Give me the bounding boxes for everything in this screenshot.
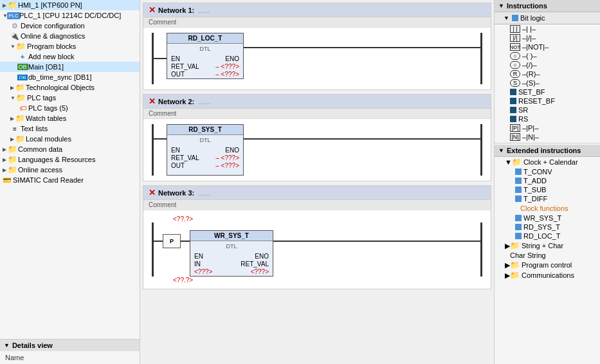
- block-label-7: SET_BF: [518, 88, 545, 96]
- contact-item-0[interactable]: | | –| |–: [495, 24, 600, 33]
- tree-item-prog-blocks[interactable]: ▼ 📁 Program blocks: [0, 41, 140, 51]
- program-control-header[interactable]: ▶ 📁 Program control: [495, 260, 600, 270]
- tree-item-online-access[interactable]: ▶ 📁 Online access: [0, 165, 140, 175]
- tree-item-local-modules[interactable]: ▶ 📁 Local modules: [0, 134, 140, 144]
- clock-calendar-header[interactable]: ▼ 📁 Clock + Calendar: [495, 157, 600, 167]
- bitlogic-title: Bit logic: [520, 14, 545, 22]
- contact-item-2[interactable]: NOT –|NOT|–: [495, 42, 600, 51]
- tree-item-watch-tables[interactable]: ▶ 📁 Watch tables: [0, 113, 140, 123]
- network-1-comment[interactable]: Comment: [143, 17, 491, 28]
- tree-item-online-diag[interactable]: 🔌 Online & diagnostics: [0, 31, 140, 41]
- tree-item-hmi1[interactable]: ▶ 📁 HMI_1 [KTP600 PN]: [0, 0, 140, 10]
- gear-icon: ⚙: [10, 21, 19, 30]
- char-string-item[interactable]: Char String: [495, 251, 600, 260]
- network-1-header[interactable]: ✕ Network 1: ......: [143, 3, 491, 17]
- retval-label-n1: RET_VAL: [171, 63, 199, 70]
- tree-item-plc-tags-5[interactable]: 🏷 PLC tags (5): [0, 103, 140, 113]
- extended-header[interactable]: ▼ Extended instructions: [495, 145, 600, 157]
- tree-label-simatic-card: SIMATIC Card Reader: [13, 176, 84, 184]
- details-name-label: Name: [3, 352, 26, 363]
- coil-item-5[interactable]: R –(R)–: [495, 69, 600, 78]
- arrow-string: ▶: [505, 242, 510, 250]
- rdsyst-item[interactable]: RD_SYS_T: [495, 223, 600, 232]
- tree-item-lang-res[interactable]: ▶ 📁 Languages & Resources: [0, 154, 140, 165]
- block-item-7[interactable]: SET_BF: [495, 87, 600, 96]
- expand-arrow-prog[interactable]: ▼: [10, 44, 15, 50]
- bitlogic-header[interactable]: ▼ Bit logic: [495, 12, 600, 24]
- network-area[interactable]: ✕ Network 1: ...... Comment RD_LOC_T: [140, 0, 494, 364]
- tree-item-db-time[interactable]: DB db_time_sync [DB1]: [0, 72, 140, 82]
- details-header[interactable]: ▼ Details view: [0, 340, 140, 351]
- in-label-n3: IN: [194, 260, 201, 268]
- block-item-8[interactable]: RESET_BF: [495, 96, 600, 105]
- string-char-header[interactable]: ▶ 📁 String + Char: [495, 241, 600, 251]
- en-label-n1: EN: [171, 55, 180, 62]
- program-control-label: Program control: [522, 261, 572, 269]
- block-item-10[interactable]: RS: [495, 114, 600, 123]
- arrow-prog-ctrl: ▶: [505, 261, 510, 269]
- expand-arrow-details[interactable]: ▼: [4, 342, 10, 349]
- network-2-body: RD_SYS_T DTL EN ENO RET_VAL – <???> OUT: [143, 119, 491, 181]
- tree-item-plc1[interactable]: ▼ PLC PLC_1 [CPU 1214C DC/DC/DC]: [0, 10, 140, 21]
- wrsyst-item[interactable]: WR_SYS_T: [495, 214, 600, 223]
- tree-label-hmi1: HMI_1 [KTP600 PN]: [18, 1, 82, 9]
- coil-item-4[interactable]: ○ –(/)–: [495, 60, 600, 69]
- arrow-comms: ▶: [505, 271, 510, 280]
- expand-arrow-watch[interactable]: ▶: [10, 116, 14, 122]
- network-3-block: ✕ Network 3: ...... Comment <??.?>: [143, 185, 491, 289]
- tree-label-text-lists: Text lists: [21, 125, 48, 132]
- expand-arrow-tech[interactable]: ▶: [10, 85, 14, 91]
- tsub-item[interactable]: T_SUB: [495, 185, 600, 194]
- tree-item-device-config[interactable]: ⚙ Device configuration: [0, 21, 140, 31]
- rdloct-item[interactable]: RD_LOC_T: [495, 232, 600, 241]
- tadd-item[interactable]: T_ADD: [495, 176, 600, 185]
- tree-label-tech-objects: Technological Objects: [26, 84, 95, 91]
- network-2-comment[interactable]: Comment: [143, 109, 491, 119]
- tree-item-add-new[interactable]: + Add new block: [0, 51, 140, 62]
- contact-item-1[interactable]: |/| –|/|–: [495, 33, 600, 42]
- tree-label-common-data: Common data: [18, 145, 62, 153]
- clock-functions-label[interactable]: Clock functions: [495, 203, 600, 214]
- network-3-comment[interactable]: Comment: [143, 200, 491, 210]
- string-char-label: String + Char: [522, 242, 563, 250]
- contact-item-11[interactable]: |P| –|P|–: [495, 123, 600, 132]
- network-2-header[interactable]: ✕ Network 2: ......: [143, 95, 491, 109]
- folder-icon-tags: 📁: [17, 93, 26, 102]
- expand-arrow-local[interactable]: ▶: [10, 136, 14, 142]
- network-3-header[interactable]: ✕ Network 3: ......: [143, 186, 491, 200]
- coil-item-6[interactable]: S –(S)–: [495, 78, 600, 87]
- communications-header[interactable]: ▶ 📁 Communications: [495, 270, 600, 280]
- coil-label-5: –(R)–: [522, 70, 540, 78]
- expand-arrow-lang[interactable]: ▶: [3, 157, 6, 163]
- expand-arrow-common[interactable]: ▶: [3, 147, 6, 152]
- tree-label-plc-tags: PLC tags: [27, 94, 56, 102]
- tree-item-main-ob1[interactable]: OB Main [OB1]: [0, 62, 140, 72]
- expand-arrow-plctags[interactable]: ▼: [10, 95, 15, 101]
- add-icon: +: [18, 52, 27, 61]
- expand-arrow-hmi1[interactable]: ▶: [3, 3, 6, 8]
- right-panel: ▼ Instructions ▼ Bit logic | | –| |– |/|…: [494, 0, 600, 364]
- tree-item-simatic-card[interactable]: 💳 SIMATIC Card Reader: [0, 175, 140, 185]
- en-label-n2: EN: [171, 147, 180, 154]
- network-1-dots: ......: [198, 6, 210, 14]
- block-label-8: RESET_BF: [518, 97, 555, 105]
- network-1-fb-type: DTL: [167, 45, 243, 53]
- tree-label-online-access: Online access: [18, 166, 62, 174]
- coil-label-3: –( )–: [522, 52, 537, 60]
- instructions-header[interactable]: ▼ Instructions: [495, 0, 600, 12]
- block-item-9[interactable]: SR: [495, 105, 600, 114]
- coil-label-6: –(S)–: [522, 79, 540, 87]
- communications-label: Communications: [522, 271, 574, 279]
- expand-arrow-online[interactable]: ▶: [3, 167, 6, 173]
- tree-item-common-data[interactable]: ▶ 📁 Common data: [0, 144, 140, 154]
- tree-item-tech-objects[interactable]: ▶ 📁 Technological Objects: [0, 82, 140, 93]
- tree-item-text-lists[interactable]: ≡ Text lists: [0, 123, 140, 134]
- arrow-clock: ▼: [505, 158, 512, 166]
- contact-item-12[interactable]: |N| –|N|–: [495, 132, 600, 141]
- network-1-body: RD_LOC_T DTL EN ENO RET_VAL – <???>: [143, 28, 491, 89]
- wrsyst-icon: [515, 215, 522, 221]
- tdiff-item[interactable]: T_DIFF: [495, 194, 600, 203]
- tconv-item[interactable]: T_CONV: [495, 167, 600, 176]
- tree-item-plc-tags[interactable]: ▼ 📁 PLC tags: [0, 93, 140, 103]
- coil-item-3[interactable]: ○ –( )–: [495, 51, 600, 60]
